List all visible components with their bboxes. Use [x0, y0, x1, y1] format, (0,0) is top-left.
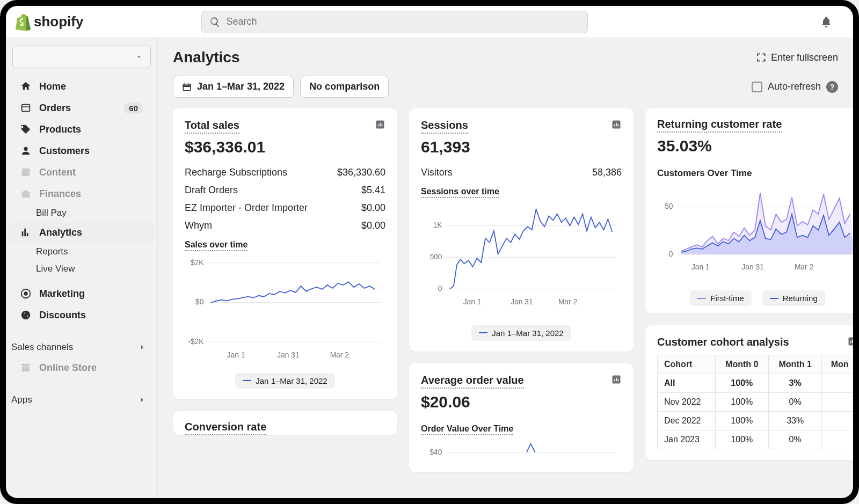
- svg-point-4: [24, 291, 27, 295]
- sidebar-item-label: Home: [39, 81, 66, 92]
- sidebar-item-products[interactable]: Products: [9, 119, 154, 140]
- sidebar-item-label: Online Store: [39, 362, 97, 374]
- topbar: shopify: [6, 6, 853, 38]
- svg-text:0: 0: [438, 284, 442, 293]
- table-row: Dec 2022100%33%: [658, 412, 854, 430]
- notifications-icon[interactable]: [820, 16, 833, 28]
- search-input[interactable]: [226, 16, 580, 27]
- svg-text:0: 0: [669, 250, 673, 258]
- sidebar-section-apps[interactable]: Apps: [6, 389, 157, 410]
- svg-text:500: 500: [430, 253, 442, 261]
- card-title: Customer cohort analysis: [657, 336, 789, 349]
- sessions-value: 61,393: [421, 138, 622, 156]
- legend-returning: Returning: [762, 290, 825, 306]
- sidebar-item-label: Analytics: [39, 227, 82, 238]
- svg-text:$0: $0: [195, 298, 204, 306]
- card-cohort-analysis: Customer cohort analysis Cohort Month 0 …: [645, 325, 853, 460]
- svg-rect-6: [183, 84, 191, 90]
- comparison-button[interactable]: No comparison: [300, 76, 389, 98]
- sidebar-item-discounts[interactable]: Discounts: [9, 305, 154, 325]
- svg-text:$40: $40: [430, 448, 442, 456]
- logo[interactable]: shopify: [16, 13, 83, 31]
- chart-subtitle: Sales over time: [185, 240, 247, 251]
- card-sessions: Sessions 61,393 Visitors58,386 Sessions …: [409, 108, 634, 352]
- svg-rect-0: [22, 105, 30, 112]
- card-returning-rate: Returning customer rate 35.03% Customers…: [645, 108, 853, 313]
- customers-icon: [20, 145, 32, 157]
- shopify-bag-icon: [16, 13, 31, 31]
- svg-text:$2K: $2K: [191, 259, 204, 267]
- chevron-right-icon: [138, 396, 147, 404]
- enter-fullscreen-button[interactable]: Enter fullscreen: [756, 52, 838, 63]
- chart-icon[interactable]: [375, 119, 385, 130]
- svg-point-5: [21, 311, 31, 320]
- table-row: Jan 2023100%0%: [658, 430, 854, 449]
- sidebar-item-analytics[interactable]: Analytics: [9, 222, 154, 243]
- finances-icon: [20, 188, 32, 200]
- sidebar-section-sales-channels[interactable]: Sales channels: [6, 337, 157, 357]
- chart-subtitle: Order Value Over Time: [421, 424, 513, 435]
- sidebar-sub-reports[interactable]: Reports: [6, 243, 157, 260]
- card-aov: Average order value $20.06 Order Value O…: [409, 363, 634, 472]
- chevron-down-icon: [135, 53, 143, 61]
- svg-text:Jan 31: Jan 31: [277, 351, 299, 359]
- card-title: Conversion rate: [185, 421, 266, 435]
- svg-text:50: 50: [665, 202, 673, 210]
- sidebar: Home Orders 60 Products Customers Conten…: [6, 38, 158, 498]
- chart-icon[interactable]: [847, 336, 853, 347]
- page-title: Analytics: [173, 49, 240, 66]
- search-bar[interactable]: [201, 11, 588, 33]
- sidebar-item-marketing[interactable]: Marketing: [9, 283, 154, 304]
- chart-subtitle: Customers Over Time: [657, 168, 752, 179]
- chart-icon[interactable]: [611, 119, 622, 130]
- table-row: Nov 2022100%0%: [658, 393, 854, 412]
- sidebar-item-customers[interactable]: Customers: [9, 141, 154, 161]
- customers-chart: 50 0 Jan 1 Jan 31 Mar 2: [657, 182, 853, 283]
- sidebar-item-online-store[interactable]: Online Store: [9, 357, 154, 378]
- sidebar-sub-bill-pay[interactable]: Bill Pay: [6, 204, 157, 222]
- search-icon: [209, 16, 221, 28]
- sidebar-item-label: Marketing: [39, 288, 85, 300]
- sessions-chart: 1K 500 0 Jan 1 Jan 31 Mar 2: [421, 201, 622, 318]
- brand-text: shopify: [34, 13, 83, 30]
- card-title: Average order value: [421, 374, 524, 389]
- legend-first-time: First-time: [690, 290, 752, 306]
- svg-rect-2: [22, 169, 30, 177]
- returning-value: 35.03%: [657, 137, 853, 155]
- calendar-icon: [182, 82, 192, 92]
- svg-text:Jan 1: Jan 1: [227, 351, 245, 359]
- analytics-icon: [20, 227, 32, 238]
- fullscreen-icon: [756, 52, 767, 63]
- sidebar-item-content[interactable]: Content: [9, 162, 154, 182]
- sales-chart: $2K $0 -$2K Jan 1 Jan 31 Mar 2: [185, 254, 385, 366]
- card-title: Sessions: [421, 119, 468, 134]
- sidebar-item-label: Orders: [39, 103, 71, 114]
- card-total-sales: Total sales $36,336.01 Recharge Subscrip…: [173, 108, 397, 399]
- main-content: Analytics Enter fullscreen Jan 1–Mar 31,…: [158, 38, 853, 498]
- total-sales-value: $36,336.01: [185, 138, 385, 156]
- legend-item: Jan 1–Mar 31, 2022: [235, 373, 334, 389]
- svg-text:Jan 31: Jan 31: [741, 263, 763, 271]
- card-title: Returning customer rate: [657, 118, 782, 133]
- sidebar-item-home[interactable]: Home: [9, 76, 154, 97]
- sidebar-item-orders[interactable]: Orders 60: [9, 98, 154, 118]
- marketing-icon: [20, 288, 32, 300]
- help-icon[interactable]: ?: [826, 81, 838, 93]
- sidebar-item-finances[interactable]: Finances: [9, 184, 154, 204]
- store-selector[interactable]: [12, 46, 151, 68]
- svg-text:-$2K: -$2K: [188, 338, 204, 346]
- aov-chart: $40: [421, 439, 622, 459]
- auto-refresh-toggle[interactable]: Auto-refresh ?: [752, 81, 838, 93]
- home-icon: [20, 81, 32, 92]
- card-conversion-rate: Conversion rate: [173, 411, 397, 435]
- svg-text:Jan 1: Jan 1: [691, 263, 710, 271]
- sidebar-item-label: Customers: [39, 145, 90, 157]
- content-icon: [20, 166, 32, 178]
- auto-refresh-checkbox[interactable]: [752, 82, 762, 92]
- orders-badge: 60: [123, 103, 143, 114]
- chart-icon[interactable]: [611, 374, 622, 385]
- sidebar-sub-live-view[interactable]: Live View: [6, 260, 157, 277]
- table-row: All100%3%: [658, 374, 854, 393]
- date-range-button[interactable]: Jan 1–Mar 31, 2022: [173, 76, 294, 98]
- svg-text:Jan 31: Jan 31: [511, 298, 533, 306]
